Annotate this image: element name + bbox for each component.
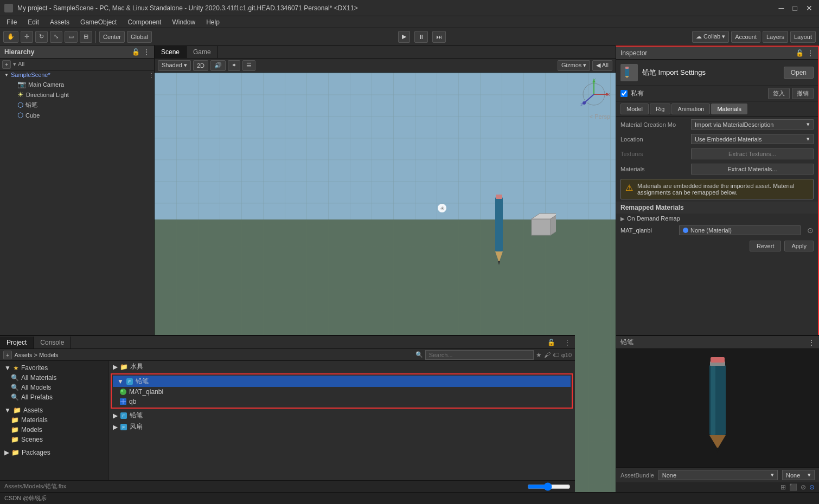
inspector-menu[interactable]: ⋮ [807,49,814,57]
tab-scene[interactable]: Scene [155,46,187,58]
menu-gameobject[interactable]: GameObject [76,17,121,27]
tool-combo[interactable]: ⊞ [80,31,92,43]
menu-file[interactable]: File [2,17,21,27]
preview-icon4[interactable]: ⊙ [809,483,815,491]
hierarchy-menu-icon[interactable]: ⋮ [143,48,150,56]
step-button[interactable]: ⏭ [432,31,446,43]
fx-btn[interactable]: ✦ [228,60,240,71]
bottom-menu[interactable]: ⋮ [560,337,575,348]
paint-filter[interactable]: 🖌 [544,351,551,359]
scene-menu[interactable]: ⋮ [149,72,154,78]
cancel-btn[interactable]: 撤销 [792,88,814,99]
tree-item-directionallight[interactable]: ☀ Directional Light [0,89,154,100]
2d-btn[interactable]: 2D [193,60,208,71]
mat-creation-dropdown[interactable]: Import via MaterialDescription ▾ [691,119,814,130]
file-shuiju[interactable]: ▶ 📁 水具 [108,361,575,372]
tab-console[interactable]: Console [34,337,71,348]
tree-item-cube[interactable]: ⬡ Cube [0,110,154,120]
zoom-slider[interactable] [527,482,571,491]
pivot-btn[interactable]: Center [99,31,125,43]
tree-item-samplescene[interactable]: ▼ SampleScene* ⋮ [0,70,154,79]
scene-gizmo[interactable]: Y X Z [578,78,610,111]
location-dropdown[interactable]: Use Embedded Materials ▾ [691,134,814,144]
assetbundle-variant-dropdown[interactable]: None ▾ [782,470,815,480]
space-btn[interactable]: Global [127,31,152,43]
tool-scale[interactable]: ⤡ [50,31,62,43]
collab-button[interactable]: ☁ Collab ▾ [692,31,729,43]
revert-button[interactable]: Revert [750,241,781,251]
layout-button[interactable]: Layout [790,31,816,43]
file-qb-mesh[interactable]: qb [113,397,571,406]
open-button[interactable]: Open [784,67,814,79]
star-filter[interactable]: ★ [536,351,542,359]
proj-models[interactable]: 📁 Models [0,425,108,435]
sign-in-btn[interactable]: 签入 [768,88,790,99]
window-controls[interactable]: ─ □ ✕ [777,4,815,12]
tab-animation[interactable]: Animation [671,104,710,114]
tab-materials[interactable]: Materials [711,104,747,114]
tool-rect[interactable]: ▭ [65,31,78,43]
menu-edit[interactable]: Edit [23,17,43,27]
assetbundle-dropdown[interactable]: None ▾ [658,470,778,480]
proj-favorites[interactable]: ▼ ★ Favorites [0,363,108,373]
menu-help[interactable]: Help [202,17,224,27]
label-filter[interactable]: 🏷 [553,351,559,359]
file-qianbi2[interactable]: ▶ F 铅笔 [108,410,575,421]
project-add-btn[interactable]: + [3,351,12,359]
maximize-button[interactable]: □ [791,4,799,12]
render-mode-btn[interactable]: Shaded ▾ [158,60,191,71]
tab-project[interactable]: Project [0,337,34,348]
preview-icon2[interactable]: ⬛ [789,483,797,491]
tree-item-pencil[interactable]: ⬡ 铅笔 [0,100,154,110]
preview-menu[interactable]: ⋮ [808,339,815,346]
proj-all-prefabs[interactable]: 🔍 All Prefabs [0,392,108,402]
extract-materials-btn[interactable]: Extract Materials... [691,164,814,175]
tool-move[interactable]: ✛ [21,31,33,43]
remap-pick-btn[interactable]: ⊙ [807,226,814,235]
file-qianbi-fbx[interactable]: ▼ F 铅笔 [113,376,571,387]
scene-more-btn[interactable]: ☰ [242,60,255,71]
play-button[interactable]: ▶ [398,31,410,43]
file-mat-qianbi[interactable]: MAT_qianbi [113,387,571,397]
search-input[interactable] [425,350,534,360]
file-fengshan[interactable]: ▶ F 风扇 [108,421,575,432]
hierarchy-add-btn[interactable]: + [2,60,11,69]
tab-model[interactable]: Model [620,104,649,114]
audio-btn[interactable]: 🔊 [210,60,226,71]
proj-assets[interactable]: ▼ 📁 Assets [0,405,108,415]
tool-rotate[interactable]: ↻ [35,31,48,43]
remap-ctrl[interactable]: None (Material) [679,225,801,235]
search-icon4: 🔍 [11,393,19,401]
proj-all-materials[interactable]: 🔍 All Materials [0,373,108,383]
proj-materials[interactable]: 📁 Materials [0,415,108,425]
proj-scenes[interactable]: 📁 Scenes [0,435,108,444]
close-button[interactable]: ✕ [804,4,815,12]
private-checkbox[interactable] [620,90,628,97]
menu-window[interactable]: Window [168,17,200,27]
layers-button[interactable]: Layers [763,31,788,43]
apply-button[interactable]: Apply [784,241,814,251]
tree-item-maincamera[interactable]: 📷 Main Camera [0,79,154,89]
on-demand-expand[interactable]: ▶ [620,216,625,222]
hierarchy-lock-icon[interactable]: 🔓 [132,48,140,56]
tab-rig[interactable]: Rig [650,104,671,114]
bottom-lock[interactable]: 🔓 [543,337,560,348]
preview-icon3[interactable]: ⊘ [801,483,806,491]
gizmos-btn[interactable]: Gizmos ▾ [558,60,590,71]
proj-all-models[interactable]: 🔍 All Models [0,383,108,392]
tab-game[interactable]: Game [187,46,218,58]
extract-textures-btn[interactable]: Extract Textures... [691,148,814,159]
mat-creation-control: Import via MaterialDescription ▾ [691,119,814,130]
proj-packages[interactable]: ▶ 📁 Packages [0,448,108,457]
account-button[interactable]: Account [731,31,760,43]
search-all-btn[interactable]: ◀ All [592,60,612,71]
preview-icon1[interactable]: ⊞ [780,483,786,491]
material-creation-row: Material Creation Mo Import via Material… [616,117,818,132]
hierarchy-all-label: ▾ All [13,61,24,68]
minimize-button[interactable]: ─ [777,4,786,12]
menu-component[interactable]: Component [123,17,165,27]
pause-button[interactable]: ⏸ [414,31,428,43]
inspector-lock[interactable]: 🔓 [796,49,804,57]
tool-hand[interactable]: ✋ [3,31,18,43]
menu-assets[interactable]: Assets [46,17,74,27]
